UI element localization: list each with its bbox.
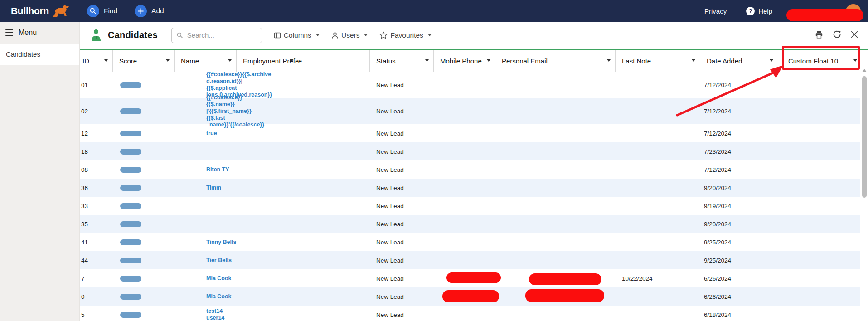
table-row[interactable]: 7Mia CookNew Lead10/22/20246/26/2024 bbox=[80, 269, 860, 287]
header-cell-id[interactable]: ID bbox=[80, 50, 113, 72]
star-icon bbox=[379, 31, 388, 39]
candidate-name-link[interactable]: Timm bbox=[206, 185, 221, 191]
privacy-link[interactable]: Privacy bbox=[704, 7, 727, 15]
header-cell-extra[interactable] bbox=[298, 50, 370, 72]
navbar-right: Privacy ? Help bbox=[704, 0, 864, 22]
cell-email bbox=[495, 233, 616, 251]
cell-status: New Lead bbox=[370, 287, 434, 306]
candidate-name-link[interactable]: Riten TY bbox=[206, 166, 229, 173]
candidate-name-link[interactable]: Mia Cook bbox=[206, 293, 232, 300]
bullhorn-logo-text: Bullhorn bbox=[11, 5, 49, 16]
table-row[interactable]: 41Tinny BellsNew Lead9/25/2024 bbox=[80, 233, 860, 251]
header-label-id: ID bbox=[80, 57, 89, 65]
cell-extra bbox=[298, 124, 370, 142]
search-icon bbox=[176, 32, 183, 39]
sort-caret-icon[interactable] bbox=[104, 59, 108, 62]
cell-last_note bbox=[616, 197, 700, 215]
bullhorn-app: Bullhorn Find Add Privacy ? Help bbox=[0, 0, 868, 321]
sort-caret-icon[interactable] bbox=[166, 59, 170, 62]
cell-employment bbox=[237, 197, 298, 215]
cell-custom_float bbox=[778, 251, 860, 269]
cell-extra bbox=[298, 72, 370, 98]
cell-status: New Lead bbox=[370, 142, 434, 160]
header-cell-mobile[interactable]: Mobile Phone bbox=[434, 50, 495, 72]
sort-caret-icon[interactable] bbox=[290, 59, 293, 62]
header-cell-date_added[interactable]: Date Added bbox=[700, 50, 778, 72]
users-icon bbox=[331, 32, 339, 39]
sidebar-item-label: Candidates bbox=[6, 50, 40, 58]
help-label: Help bbox=[758, 7, 772, 15]
table-row[interactable]: 35New Lead9/20/2024 bbox=[80, 215, 860, 233]
header-cell-last_note[interactable]: Last Note bbox=[616, 50, 700, 72]
candidate-name-link[interactable]: true bbox=[206, 130, 217, 137]
refresh-icon[interactable] bbox=[832, 30, 841, 39]
users-dropdown[interactable]: Users bbox=[331, 31, 368, 39]
favourites-dropdown[interactable]: Favourites bbox=[379, 31, 431, 39]
table-row[interactable]: 44Tier BellsNew Lead9/25/2024 bbox=[80, 251, 860, 269]
header-cell-score[interactable]: Score bbox=[113, 50, 175, 72]
cell-last_note bbox=[616, 160, 700, 179]
cell-employment bbox=[237, 269, 298, 287]
sort-caret-icon[interactable] bbox=[487, 59, 490, 62]
scrollbar-up-arrow-icon[interactable] bbox=[862, 69, 867, 72]
sort-caret-icon[interactable] bbox=[853, 59, 857, 62]
cell-extra bbox=[298, 197, 370, 215]
columns-dropdown[interactable]: Columns bbox=[274, 31, 320, 39]
table-row[interactable]: 33New Lead9/19/2024 bbox=[80, 197, 860, 215]
sort-caret-icon[interactable] bbox=[228, 59, 232, 62]
cell-mobile bbox=[434, 124, 495, 142]
header-cell-email[interactable]: Personal Email bbox=[495, 50, 616, 72]
header-cell-employment[interactable]: Employment Prefere bbox=[237, 50, 298, 72]
candidate-name-link[interactable]: Tinny Bells bbox=[206, 239, 236, 246]
sort-caret-icon[interactable] bbox=[425, 59, 429, 62]
candidate-name-link[interactable]: test14 user14 bbox=[206, 308, 237, 321]
table-row[interactable]: 12trueNew Lead7/12/2024 bbox=[80, 124, 860, 142]
cell-name: test14 user14 bbox=[175, 306, 237, 321]
cell-id: 33 bbox=[80, 197, 113, 215]
sort-caret-icon[interactable] bbox=[607, 59, 611, 62]
print-icon[interactable] bbox=[815, 30, 824, 39]
header-cell-name[interactable]: Name bbox=[175, 50, 237, 72]
add-button[interactable]: Add bbox=[135, 5, 164, 17]
table-header-row: IDScoreNameEmployment PrefereStatusMobil… bbox=[80, 50, 860, 72]
sort-caret-icon[interactable] bbox=[770, 59, 773, 62]
cell-employment bbox=[237, 142, 298, 160]
score-pill bbox=[120, 276, 141, 282]
header-label-name: Name bbox=[175, 57, 199, 65]
sidebar-item-candidates[interactable]: Candidates bbox=[0, 44, 79, 65]
table-row[interactable]: 18New Lead7/23/2024 bbox=[80, 142, 860, 160]
find-search-icon bbox=[87, 5, 99, 17]
add-label: Add bbox=[151, 7, 164, 15]
header-cell-status[interactable]: Status bbox=[370, 50, 434, 72]
header-cell-custom_float[interactable]: Custom Float 10 bbox=[778, 50, 860, 72]
find-button[interactable]: Find bbox=[87, 5, 117, 17]
cell-score bbox=[113, 124, 175, 142]
cell-date_added: 9/20/2024 bbox=[700, 179, 778, 197]
cell-extra bbox=[298, 269, 370, 287]
search-input[interactable] bbox=[186, 31, 256, 39]
table-row[interactable]: 08Riten TYNew Lead7/12/2024 bbox=[80, 160, 860, 179]
table-row[interactable]: 0Mia CookNew Lead6/26/2024 bbox=[80, 287, 860, 306]
candidate-name-link[interactable]: Mia Cook bbox=[206, 275, 232, 282]
user-menu[interactable] bbox=[786, 2, 864, 20]
cell-mobile bbox=[434, 142, 495, 160]
table-row[interactable]: 5test14 user14New Lead6/18/2024 bbox=[80, 306, 860, 321]
help-button[interactable]: ? Help bbox=[746, 7, 772, 15]
cell-status: New Lead bbox=[370, 160, 434, 179]
cell-date_added: 7/12/2024 bbox=[700, 160, 778, 179]
table-row[interactable]: 02{{#coalesce}}{{$.name}} |'{{$.first_na… bbox=[80, 98, 860, 124]
table-row[interactable]: 36TimmNew Lead9/20/2024 bbox=[80, 179, 860, 197]
bullhorn-logo[interactable]: Bullhorn bbox=[11, 3, 70, 19]
vertical-scrollbar-thumb[interactable] bbox=[862, 76, 867, 198]
candidate-name-link[interactable]: Tier Bells bbox=[206, 257, 232, 264]
cell-email bbox=[495, 142, 616, 160]
sort-caret-icon[interactable] bbox=[692, 59, 695, 62]
cell-date_added: 6/26/2024 bbox=[700, 287, 778, 306]
cell-date_added: 7/12/2024 bbox=[700, 124, 778, 142]
table-row[interactable]: 01{{#coalesce}}{{$.archive d.reason.id}}… bbox=[80, 72, 860, 98]
close-icon[interactable] bbox=[850, 30, 859, 39]
cell-date_added: 7/12/2024 bbox=[700, 98, 778, 124]
menu-toggle[interactable]: Menu bbox=[0, 22, 79, 44]
cell-custom_float bbox=[778, 72, 860, 98]
cell-custom_float bbox=[778, 142, 860, 160]
